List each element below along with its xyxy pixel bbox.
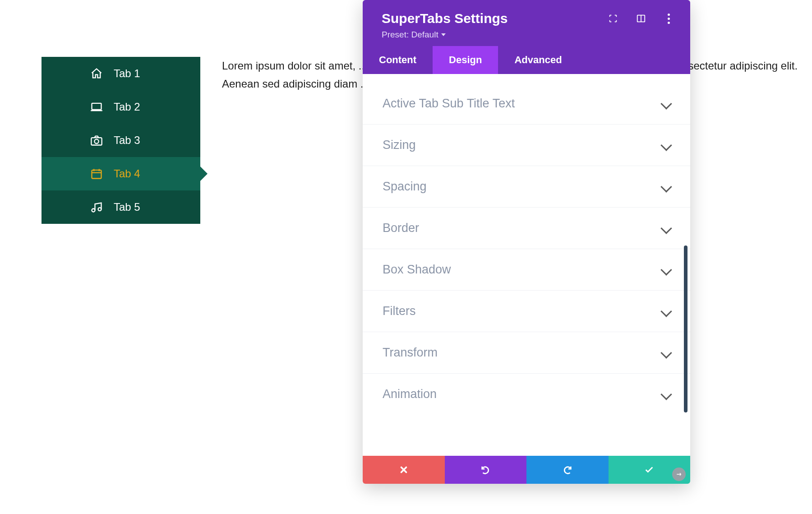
resize-handle[interactable] — [672, 468, 686, 481]
cancel-button[interactable] — [363, 456, 445, 484]
chevron-down-icon — [660, 181, 672, 192]
section-animation[interactable]: Animation — [363, 373, 690, 415]
tab-design[interactable]: Design — [433, 46, 498, 74]
section-active-tab-sub-title-text[interactable]: Active Tab Sub Title Text — [363, 83, 690, 124]
tab-advanced[interactable]: Advanced — [498, 46, 578, 74]
header-icon-row — [608, 14, 674, 23]
chevron-down-icon — [660, 347, 672, 358]
caret-down-icon — [441, 33, 446, 36]
svg-rect-0 — [92, 103, 102, 110]
vtab-label: Tab 3 — [114, 134, 140, 147]
redo-button[interactable] — [526, 456, 609, 484]
svg-rect-3 — [92, 170, 102, 179]
vertical-tabs: Tab 1 Tab 2 Tab 3 Tab 4 Tab 5 — [42, 57, 200, 224]
more-icon[interactable] — [664, 14, 674, 23]
chevron-down-icon — [660, 306, 672, 317]
section-filters[interactable]: Filters — [363, 290, 690, 332]
vtab-5[interactable]: Tab 5 — [42, 190, 200, 224]
modal-header: SuperTabs Settings Preset: Default Conte… — [363, 0, 690, 74]
vtab-1[interactable]: Tab 1 — [42, 57, 200, 90]
scrollbar-thumb[interactable] — [684, 245, 687, 412]
save-button[interactable] — [609, 456, 691, 484]
modal-footer — [363, 456, 690, 484]
section-box-shadow[interactable]: Box Shadow — [363, 249, 690, 290]
chevron-down-icon — [660, 264, 672, 275]
modal-tabs: Content Design Advanced — [363, 46, 690, 74]
modal-body: Active Tab Sub Title Text Sizing Spacing… — [363, 74, 690, 456]
vtab-label: Tab 2 — [114, 101, 140, 113]
preset-label: Preset: Default — [382, 30, 438, 40]
vtab-2[interactable]: Tab 2 — [42, 90, 200, 124]
tab-content[interactable]: Content — [363, 46, 433, 74]
preset-selector[interactable]: Preset: Default — [382, 30, 446, 40]
svg-point-2 — [94, 139, 98, 144]
section-transform[interactable]: Transform — [363, 332, 690, 373]
section-border[interactable]: Border — [363, 207, 690, 249]
settings-modal: SuperTabs Settings Preset: Default Conte… — [363, 0, 690, 484]
music-icon — [90, 201, 103, 213]
chevron-down-icon — [660, 389, 672, 400]
chevron-down-icon — [660, 139, 672, 151]
home-icon — [90, 67, 103, 80]
vtab-label: Tab 5 — [114, 201, 140, 213]
section-sizing[interactable]: Sizing — [363, 124, 690, 166]
vtab-label: Tab 1 — [114, 67, 140, 80]
vtab-3[interactable]: Tab 3 — [42, 124, 200, 157]
camera-icon — [90, 134, 103, 147]
chevron-down-icon — [660, 222, 672, 234]
expand-icon[interactable] — [608, 14, 618, 23]
vtab-label: Tab 4 — [114, 167, 140, 180]
undo-button[interactable] — [445, 456, 527, 484]
calendar-icon — [90, 167, 103, 180]
laptop-icon — [90, 101, 103, 113]
design-sections: Active Tab Sub Title Text Sizing Spacing… — [363, 74, 690, 415]
columns-icon[interactable] — [636, 14, 646, 23]
vtab-4[interactable]: Tab 4 — [42, 157, 200, 190]
section-spacing[interactable]: Spacing — [363, 166, 690, 207]
chevron-down-icon — [660, 98, 672, 109]
